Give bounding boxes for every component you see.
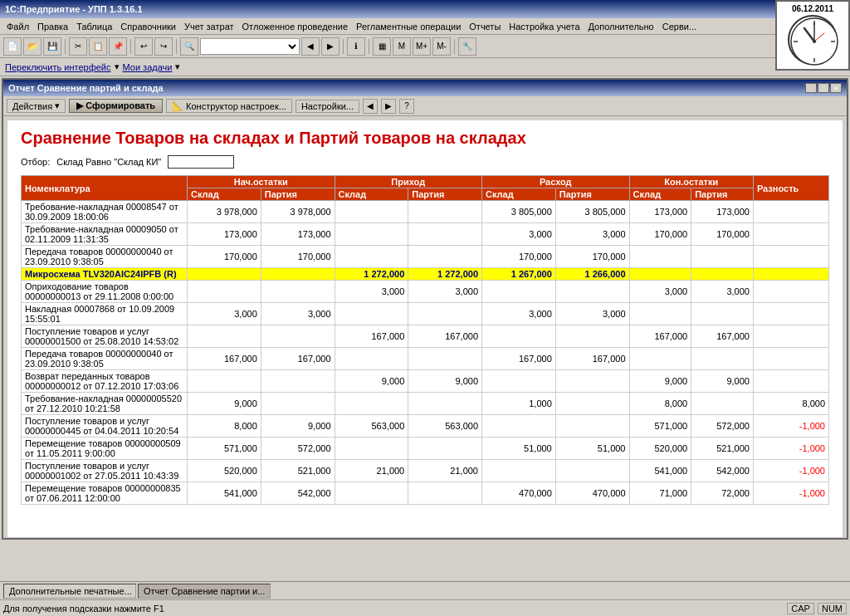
cell xyxy=(753,303,828,325)
cell: -1,000 xyxy=(753,482,828,505)
table-row: Поступление товаров и услуг 00000001002 … xyxy=(22,460,829,482)
toolbar2-tasks-arrow: ▾ xyxy=(175,61,180,72)
toolbar-combo[interactable] xyxy=(200,38,300,55)
doc-maximize-button[interactable]: □ xyxy=(818,83,829,93)
taskbar: Дополнительные печатные... Отчет Сравнен… xyxy=(0,581,850,599)
clock-face xyxy=(788,15,838,65)
open-button[interactable]: 📂 xyxy=(23,37,42,56)
settings2-label: Настройки... xyxy=(301,101,354,111)
save-button[interactable]: 💾 xyxy=(43,37,61,56)
search-button[interactable]: 🔍 xyxy=(180,37,198,56)
cell xyxy=(261,281,335,303)
menu-additional[interactable]: Дополнительно xyxy=(585,21,657,32)
cell-name: Поступление товаров и услуг 00000001500 … xyxy=(22,325,188,348)
th-kon-sklad: Склад xyxy=(629,188,691,201)
menu-edit[interactable]: Правка xyxy=(34,21,71,32)
print-prev-button[interactable]: ◀ xyxy=(363,99,378,114)
switch-interface-link[interactable]: Переключить интерфейс xyxy=(3,62,113,72)
cell: 521,000 xyxy=(261,460,335,482)
cell xyxy=(482,415,556,438)
mminus-button[interactable]: M- xyxy=(432,37,451,56)
separator5 xyxy=(369,39,369,54)
doc-title-bar: Отчет Сравнение партий и склада _ □ × xyxy=(3,80,847,96)
cell: 8,000 xyxy=(753,393,828,415)
table-row: Поступление товаров и услуг 00000001500 … xyxy=(22,325,829,348)
help-button[interactable]: ? xyxy=(399,99,414,114)
th-nomenclature: Номенклатура xyxy=(22,176,188,201)
back-button[interactable]: ◀ xyxy=(301,37,320,56)
settings-button[interactable]: 🔧 xyxy=(458,37,476,56)
settings2-button[interactable]: Настройки... xyxy=(296,100,359,113)
cell: 51,000 xyxy=(482,438,556,460)
print-next-button[interactable]: ▶ xyxy=(381,99,396,114)
redo-button[interactable]: ↪ xyxy=(154,37,173,56)
my-tasks-link[interactable]: Мои задачи xyxy=(121,62,174,72)
cell: 21,000 xyxy=(408,460,482,482)
doc-window: Отчет Сравнение партий и склада _ □ × Де… xyxy=(2,78,848,540)
cell: 51,000 xyxy=(555,438,629,460)
info-button[interactable]: ℹ xyxy=(347,37,365,56)
menu-table[interactable]: Таблица xyxy=(73,21,115,32)
menu-file[interactable]: Файл xyxy=(3,21,32,32)
doc-minimize-button[interactable]: _ xyxy=(805,83,817,93)
menu-accounting[interactable]: Настройка учета xyxy=(506,21,583,32)
copy-button[interactable]: 📋 xyxy=(89,37,107,56)
menu-regulatory[interactable]: Регламентные операции xyxy=(353,21,464,32)
table-row: Требование-накладная 00000005520 от 27.1… xyxy=(22,393,829,415)
cell-name: Перемещение товаров 00000000835 от 07.06… xyxy=(22,482,188,505)
th-prih-party: Партия xyxy=(408,188,482,201)
menu-deferred[interactable]: Отложенное проведение xyxy=(239,21,351,32)
menu-service[interactable]: Серви... xyxy=(659,21,700,32)
constructor-button[interactable]: 📐 Конструктор настроек... xyxy=(166,99,292,113)
table-row: Возврат переданных товаров 00000000012 о… xyxy=(22,370,829,393)
cell xyxy=(629,348,691,370)
table-row: Поступление товаров и услуг 00000000445 … xyxy=(22,415,829,438)
cell: 3,000 xyxy=(482,223,556,246)
actions-dropdown-button[interactable]: Действия ▾ xyxy=(7,99,66,113)
cell xyxy=(753,348,828,370)
cell xyxy=(482,370,556,393)
cell xyxy=(335,482,408,505)
app-title: 1С:Предприятие - УПП 1.3.16.1 xyxy=(5,4,143,14)
calc-button[interactable]: ▦ xyxy=(373,37,391,56)
cell: 520,000 xyxy=(629,438,691,460)
cell-name: Требование-накладная 00000005520 от 27.1… xyxy=(22,393,188,415)
sum-button[interactable]: M xyxy=(393,37,411,56)
cell: 8,000 xyxy=(629,393,691,415)
filter-input[interactable] xyxy=(168,155,234,169)
report-title: Сравнение Товаров на складах и Партий то… xyxy=(21,127,829,149)
new-button[interactable]: 📄 xyxy=(3,37,22,56)
table-header-row1: Номенклатура Нач.остатки Приход Расход К… xyxy=(22,176,829,188)
cell: 3,000 xyxy=(261,303,335,325)
constructor-label: Конструктор настроек... xyxy=(186,101,286,111)
menu-costs[interactable]: Учет затрат xyxy=(181,21,237,32)
mplus-button[interactable]: M+ xyxy=(413,37,431,56)
doc-close-button[interactable]: × xyxy=(830,83,842,93)
report-content-area[interactable]: Сравнение Товаров на складах и Партий то… xyxy=(7,120,843,538)
form-button[interactable]: ▶ Сформировать xyxy=(69,99,163,113)
cell xyxy=(335,201,408,223)
cut-button[interactable]: ✂ xyxy=(69,37,87,56)
cell: 167,000 xyxy=(482,348,556,370)
cell: 9,000 xyxy=(629,370,691,393)
th-nach-sklad: Партия xyxy=(261,188,335,201)
th-kon: Кон.остатки xyxy=(629,176,753,188)
cell: 521,000 xyxy=(691,438,754,460)
cell-name: Поступление товаров и услуг 00000000445 … xyxy=(22,415,188,438)
menu-reports[interactable]: Отчеты xyxy=(466,21,504,32)
help-text: Для получения подсказки нажмите F1 xyxy=(3,604,164,614)
taskbar-btn2[interactable]: Отчет Сравнение партии и... xyxy=(138,584,271,599)
cell xyxy=(691,393,754,415)
cell xyxy=(188,325,261,348)
cell xyxy=(629,303,691,325)
paste-button[interactable]: 📌 xyxy=(109,37,127,56)
menu-refs[interactable]: Справочники xyxy=(117,21,179,32)
forward-button[interactable]: ▶ xyxy=(321,37,340,56)
cell-name: Передача товаров 00000000040 от 23.09.20… xyxy=(22,246,188,268)
cell: 173,000 xyxy=(188,223,261,246)
cell xyxy=(408,223,482,246)
taskbar-btn1[interactable]: Дополнительные печатные... xyxy=(3,584,136,599)
undo-button[interactable]: ↩ xyxy=(134,37,153,56)
cell xyxy=(408,482,482,505)
cell xyxy=(408,393,482,415)
